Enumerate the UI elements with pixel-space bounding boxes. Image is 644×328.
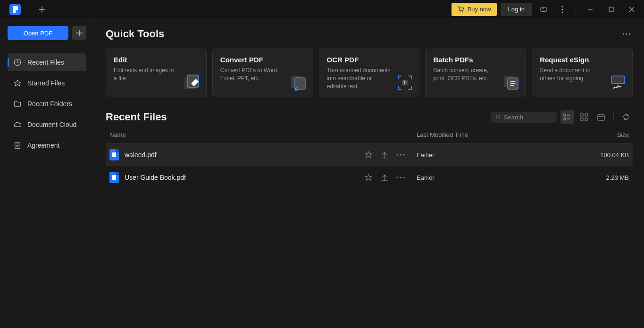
tool-card-esign[interactable]: Request eSign Send a document to others … — [532, 49, 633, 97]
tool-title: Edit — [114, 56, 199, 64]
svg-rect-23 — [564, 118, 566, 120]
svg-rect-27 — [585, 118, 587, 120]
sidebar-item-label: Agreement — [27, 142, 59, 149]
clock-icon — [13, 58, 22, 67]
divider — [576, 5, 576, 14]
tool-title: Convert PDF — [220, 56, 305, 64]
svg-rect-28 — [598, 115, 604, 120]
svg-rect-6 — [609, 7, 613, 11]
search-box[interactable] — [491, 112, 557, 123]
maximize-button[interactable] — [602, 2, 619, 17]
file-row[interactable]: User Guide Book.pdf Earlier 2.23 MB — [106, 166, 633, 189]
svg-rect-25 — [585, 114, 587, 116]
star-icon — [13, 79, 22, 87]
tool-card-convert[interactable]: Convert PDF Convert PDFs to Word, Excel,… — [212, 49, 313, 97]
svg-point-0 — [460, 11, 460, 12]
file-name: User Guide Book.pdf — [125, 174, 186, 181]
new-tab-button[interactable] — [35, 2, 49, 17]
sidebar-item-document-cloud[interactable]: Document Cloud — [8, 116, 86, 134]
sidebar-item-agreement[interactable]: Agreement — [8, 136, 86, 154]
tool-title: Batch PDFs — [433, 56, 518, 64]
svg-point-3 — [562, 6, 563, 7]
svg-point-29 — [397, 154, 398, 156]
buy-now-label: Buy now — [468, 6, 491, 13]
svg-point-31 — [403, 154, 405, 156]
folder-icon — [13, 100, 22, 108]
login-label: Log in — [508, 6, 525, 13]
file-row[interactable]: waleed.pdf Earlier 100.04 KB — [106, 143, 633, 166]
svg-rect-24 — [581, 114, 583, 116]
sidebar-item-starred-files[interactable]: Starred Files — [8, 74, 86, 92]
sidebar-item-recent-folders[interactable]: Recent Folders — [8, 95, 86, 113]
open-pdf-label: Open PDF — [24, 30, 52, 37]
star-file-button[interactable] — [364, 150, 373, 160]
recent-controls — [491, 110, 633, 124]
message-icon[interactable] — [536, 2, 551, 17]
tool-card-ocr[interactable]: OCR PDF Turn scanned documents into sear… — [319, 49, 420, 97]
file-size: 2.23 MB — [577, 174, 629, 181]
file-size: 100.04 KB — [577, 151, 629, 159]
app-body: Open PDF Recent Files Starred Files Rece… — [0, 18, 644, 328]
main-content: Quick Tools Edit Edit texts and images i… — [94, 18, 644, 328]
edit-icon — [184, 74, 201, 91]
star-file-button[interactable] — [364, 173, 373, 182]
file-name: waleed.pdf — [125, 151, 157, 159]
batch-icon — [503, 74, 520, 91]
tool-card-edit[interactable]: Edit Edit texts and images in a file. — [106, 49, 207, 97]
recent-files-title: Recent Files — [106, 111, 167, 123]
svg-point-34 — [403, 177, 405, 178]
esign-icon — [610, 74, 627, 91]
sidebar-top: Open PDF — [8, 26, 86, 40]
column-name: Name — [109, 131, 417, 138]
sidebar-item-recent-files[interactable]: Recent Files — [8, 53, 86, 71]
list-view-button[interactable] — [560, 110, 574, 124]
open-pdf-button[interactable]: Open PDF — [8, 26, 68, 40]
quick-tools-more-icon[interactable] — [620, 31, 633, 37]
file-more-button[interactable] — [396, 150, 405, 160]
file-actions — [364, 173, 405, 182]
minimize-button[interactable] — [582, 2, 599, 17]
svg-point-30 — [400, 154, 401, 156]
buy-now-button[interactable]: Buy now — [452, 3, 497, 16]
tools-grid: Edit Edit texts and images in a file. Co… — [106, 49, 633, 97]
svg-point-4 — [562, 8, 563, 10]
titlebar-left — [0, 0, 49, 18]
svg-point-33 — [400, 177, 401, 178]
tool-card-batch[interactable]: Batch PDFs Batch convert, create, print,… — [425, 49, 526, 97]
table-header: Name Last Modified Time Size — [106, 131, 633, 143]
kebab-menu-icon[interactable] — [555, 2, 570, 17]
upload-file-button[interactable] — [380, 173, 389, 182]
quick-tools-header: Quick Tools — [106, 28, 633, 40]
titlebar: Buy now Log in — [0, 0, 644, 18]
tool-title: Request eSign — [540, 56, 625, 64]
svg-text:T: T — [403, 80, 406, 85]
recent-header: Recent Files — [106, 110, 633, 124]
column-size: Size — [577, 131, 629, 138]
file-more-button[interactable] — [396, 173, 405, 182]
pdf-file-icon — [109, 172, 119, 183]
app-logo-icon[interactable] — [9, 4, 21, 15]
file-actions — [364, 150, 405, 160]
document-icon — [13, 141, 22, 150]
calendar-view-button[interactable] — [594, 110, 608, 124]
tool-title: OCR PDF — [327, 56, 412, 64]
sidebar-item-label: Recent Folders — [27, 100, 72, 108]
create-button[interactable] — [72, 26, 86, 40]
svg-point-5 — [562, 11, 563, 13]
search-input[interactable] — [504, 114, 552, 121]
quick-tools-title: Quick Tools — [106, 28, 164, 40]
upload-file-button[interactable] — [380, 150, 389, 160]
svg-point-32 — [397, 177, 398, 178]
close-button[interactable] — [623, 2, 640, 17]
svg-rect-2 — [541, 7, 546, 11]
file-name-cell: User Guide Book.pdf — [109, 172, 364, 183]
login-button[interactable]: Log in — [501, 3, 532, 16]
grid-view-button[interactable] — [577, 110, 591, 124]
cloud-icon — [13, 120, 22, 129]
convert-icon — [290, 74, 307, 91]
sidebar-item-label: Starred Files — [27, 79, 65, 87]
sidebar: Open PDF Recent Files Starred Files Rece… — [0, 18, 94, 328]
svg-rect-22 — [564, 114, 566, 116]
refresh-button[interactable] — [619, 110, 633, 124]
svg-point-1 — [462, 11, 463, 12]
